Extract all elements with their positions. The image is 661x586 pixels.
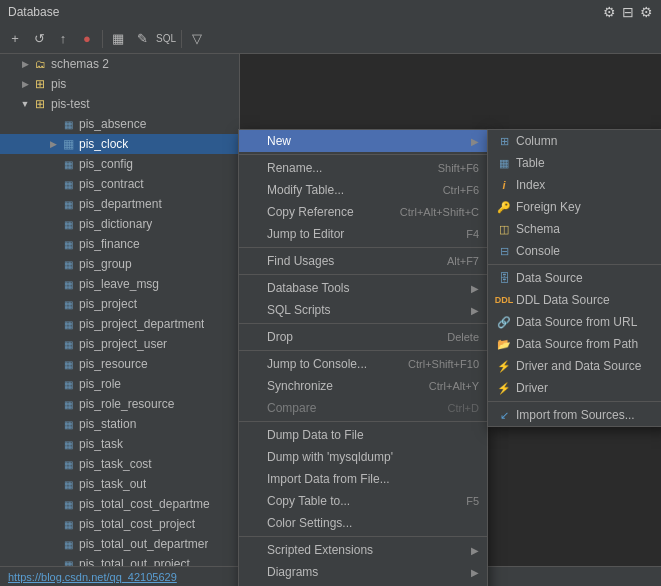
menu-item-jump-to-console[interactable]: Jump to Console... Ctrl+Shift+F10 [239,353,487,375]
drop-icon [247,329,263,345]
menu-shortcut: F4 [466,228,479,240]
submenu-label: Schema [516,222,658,236]
menu-item-new[interactable]: New ▶ ⊞ Column ▦ Table i Index 🔑 For [239,130,487,152]
sidebar-item-pis_role_resource[interactable]: ▶ ▦ pis_role_resource [0,394,239,414]
new-submenu[interactable]: ⊞ Column ▦ Table i Index 🔑 Foreign Key ◫ [487,129,661,427]
menu-label: Rename... [267,161,418,175]
table-icon: ▦ [60,416,76,432]
submenu-item-table[interactable]: ▦ Table [488,152,661,174]
sql-icon [247,302,263,318]
folder-icon: 🗂 [32,56,48,72]
menu-label: New [267,134,463,148]
sidebar-item-pis_total_cost_project[interactable]: ▶ ▦ pis_total_cost_project [0,514,239,534]
add-button[interactable]: + [4,28,26,50]
sidebar-item-pis_group[interactable]: ▶ ▦ pis_group [0,254,239,274]
sidebar-item-pis_resource[interactable]: ▶ ▦ pis_resource [0,354,239,374]
rename-icon [247,160,263,176]
menu-item-rename[interactable]: Rename... Shift+F6 [239,157,487,179]
split-icon[interactable]: ⊟ [622,4,634,20]
edit-button[interactable]: ✎ [131,28,153,50]
stop-button[interactable]: ● [76,28,98,50]
sidebar-item-pis_department[interactable]: ▶ ▦ pis_department [0,194,239,214]
submenu-item-import-from-sources[interactable]: ↙ Import from Sources... [488,404,661,426]
menu-item-database-tools[interactable]: Database Tools ▶ [239,277,487,299]
menu-item-sql-scripts[interactable]: SQL Scripts ▶ [239,299,487,321]
submenu-label: Import from Sources... [516,408,658,422]
menu-item-find-usages[interactable]: Find Usages Alt+F7 [239,250,487,272]
menu-item-color-settings[interactable]: Color Settings... [239,512,487,534]
menu-item-modify-table[interactable]: Modify Table... Ctrl+F6 [239,179,487,201]
gear2-icon[interactable]: ⚙ [640,4,653,20]
sql-button[interactable]: SQL [155,28,177,50]
path-icon: 📂 [496,336,512,352]
sidebar-item-label: pis_task_out [79,477,146,491]
refresh-button[interactable]: ↺ [28,28,50,50]
submenu-item-column[interactable]: ⊞ Column [488,130,661,152]
sidebar-item-pis_role[interactable]: ▶ ▦ pis_role [0,374,239,394]
submenu-item-ddl-data-source[interactable]: DDL DDL Data Source [488,289,661,311]
menu-item-synchronize[interactable]: Synchronize Ctrl+Alt+Y [239,375,487,397]
table-icon: ▦ [60,496,76,512]
sidebar-item-pis_finance[interactable]: ▶ ▦ pis_finance [0,234,239,254]
menu-shortcut: Ctrl+Alt+Shift+C [400,206,479,218]
up-button[interactable]: ↑ [52,28,74,50]
sidebar-item-pis_task_out[interactable]: ▶ ▦ pis_task_out [0,474,239,494]
copy2-icon [247,493,263,509]
menu-item-drop[interactable]: Drop Delete [239,326,487,348]
menu-item-dump-data[interactable]: Dump Data to File [239,424,487,446]
submenu-item-driver[interactable]: ⚡ Driver [488,377,661,399]
sidebar-item-pis[interactable]: ▶ ⊞ pis [0,74,239,94]
menu-item-diagrams[interactable]: Diagrams ▶ [239,561,487,583]
driver-icon: ⚡ [496,358,512,374]
title-text: Database [8,5,59,19]
menu-separator [488,264,661,265]
sidebar-item-schemas[interactable]: ▶ 🗂 schemas 2 [0,54,239,74]
filter-button[interactable]: ▽ [186,28,208,50]
menu-label: Color Settings... [267,516,479,530]
sidebar-item-pis_absence[interactable]: ▶ ▦ pis_absence [0,114,239,134]
submenu-arrow-icon: ▶ [471,136,479,147]
submenu-item-schema[interactable]: ◫ Schema [488,218,661,240]
menu-item-jump-to-editor[interactable]: Jump to Editor F4 [239,223,487,245]
sidebar-item-pis_task_cost[interactable]: ▶ ▦ pis_task_cost [0,454,239,474]
submenu-label: Data Source from URL [516,315,658,329]
menu-item-import-data[interactable]: Import Data from File... [239,468,487,490]
sidebar[interactable]: ▶ 🗂 schemas 2 ▶ ⊞ pis ▼ ⊞ pis-test ▶ ▦ p… [0,54,240,586]
sidebar-item-pis_task[interactable]: ▶ ▦ pis_task [0,434,239,454]
sidebar-item-pis_dictionary[interactable]: ▶ ▦ pis_dictionary [0,214,239,234]
sidebar-item-pis_total_cost_departme[interactable]: ▶ ▦ pis_total_cost_departme [0,494,239,514]
sidebar-item-label: pis_total_out_departmer [79,537,208,551]
submenu-item-console[interactable]: ⊟ Console [488,240,661,262]
sidebar-item-pis_project_user[interactable]: ▶ ▦ pis_project_user [0,334,239,354]
sidebar-item-pis_config[interactable]: ▶ ▦ pis_config [0,154,239,174]
sidebar-item-pis_project[interactable]: ▶ ▦ pis_project [0,294,239,314]
table-icon: ▦ [60,236,76,252]
menu-item-copy-reference[interactable]: Copy Reference Ctrl+Alt+Shift+C [239,201,487,223]
sidebar-item-label: pis_finance [79,237,140,251]
sidebar-item-label: schemas 2 [51,57,109,71]
context-menu[interactable]: New ▶ ⊞ Column ▦ Table i Index 🔑 For [238,129,488,586]
grid-button[interactable]: ▦ [107,28,129,50]
table-icon: ▦ [60,356,76,372]
sidebar-item-pis_contract[interactable]: ▶ ▦ pis_contract [0,174,239,194]
sidebar-item-pis-test[interactable]: ▼ ⊞ pis-test [0,94,239,114]
menu-item-dump-mysqldump[interactable]: Dump with 'mysqldump' [239,446,487,468]
menu-item-scripted-extensions[interactable]: Scripted Extensions ▶ [239,539,487,561]
sidebar-item-pis_leave_msg[interactable]: ▶ ▦ pis_leave_msg [0,274,239,294]
sidebar-item-pis_clock[interactable]: ▶ ▦ pis_clock [0,134,239,154]
submenu-item-data-source[interactable]: 🗄 Data Source [488,267,661,289]
sidebar-item-pis_project_department[interactable]: ▶ ▦ pis_project_department [0,314,239,334]
submenu-item-index[interactable]: i Index [488,174,661,196]
sidebar-item-pis_station[interactable]: ▶ ▦ pis_station [0,414,239,434]
status-link[interactable]: https://blog.csdn.net/qq_42105629 [8,571,177,583]
submenu-item-data-source-path[interactable]: 📂 Data Source from Path [488,333,661,355]
submenu-item-foreign-key[interactable]: 🔑 Foreign Key [488,196,661,218]
sidebar-item-label: pis_project_department [79,317,204,331]
settings-icon[interactable]: ⚙ [603,4,616,20]
menu-separator [239,154,487,155]
column-icon: ⊞ [496,133,512,149]
submenu-item-driver-and-datasource[interactable]: ⚡ Driver and Data Source [488,355,661,377]
sidebar-item-pis_total_out_departmer[interactable]: ▶ ▦ pis_total_out_departmer [0,534,239,554]
submenu-item-data-source-url[interactable]: 🔗 Data Source from URL [488,311,661,333]
menu-item-copy-table-to[interactable]: Copy Table to... F5 [239,490,487,512]
